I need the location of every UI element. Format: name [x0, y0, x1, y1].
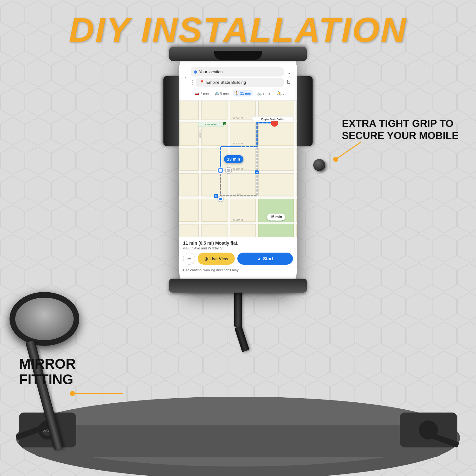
- svg-rect-43: [179, 196, 297, 199]
- phone-mount-assembly: 9:41 ▐▐▐▐ 📶 ▮ ‹: [179, 51, 297, 352]
- svg-text:W 31st St: W 31st St: [233, 142, 243, 145]
- svg-rect-48: [294, 101, 296, 237]
- navigation-icon: ▲: [257, 256, 261, 261]
- svg-rect-30: [259, 174, 297, 196]
- grip-label-text: EXTRA TIGHT GRIP TO SECURE YOUR MOBILE: [342, 117, 459, 142]
- bus-time: 8 min: [220, 91, 229, 95]
- main-container: DIY INSTALLATION PASS: [0, 0, 476, 476]
- svg-text:W 26th St: W 26th St: [233, 219, 243, 221]
- clamp-right: [297, 76, 313, 146]
- svg-rect-39: [230, 224, 255, 237]
- svg-point-75: [333, 157, 338, 162]
- route-list-button[interactable]: ☰: [183, 253, 195, 265]
- svg-text:M: M: [224, 123, 226, 125]
- svg-line-74: [336, 142, 361, 159]
- origin-text: Your location: [199, 69, 223, 74]
- mirror-label-text: MIRROR FITTING: [19, 356, 76, 387]
- live-view-icon: ◎: [204, 256, 208, 261]
- transport-mode-bar: 🚗 7 min 🚌 8 min 🚶 11 min: [183, 89, 293, 98]
- svg-rect-44: [179, 222, 297, 224]
- grip-label: EXTRA TIGHT GRIP TO SECURE YOUR MOBILE: [342, 117, 459, 142]
- destination-input[interactable]: 📍 Empire State Building: [196, 78, 284, 87]
- destination-text: Empire State Building: [206, 80, 246, 85]
- waypoint-dots: [191, 80, 195, 85]
- origin-input[interactable]: Your location: [191, 67, 284, 76]
- svg-rect-19: [179, 123, 198, 145]
- bike-icon: 🚲: [257, 91, 262, 96]
- bus-icon: 🚌: [215, 91, 219, 96]
- walk-icon: 🚶: [235, 91, 239, 96]
- caution-bar: Use caution: walking directions may: [179, 267, 297, 273]
- clamp-left: [163, 76, 179, 146]
- svg-rect-16: [202, 101, 227, 120]
- transport-bike[interactable]: 🚲 7 min: [255, 90, 273, 96]
- svg-rect-21: [230, 123, 255, 145]
- svg-rect-27: [179, 174, 198, 196]
- clamp-bottom: [169, 279, 307, 293]
- phone-notch: [214, 51, 262, 60]
- svg-rect-45: [199, 101, 201, 237]
- mount-stem: [234, 289, 242, 327]
- svg-rect-23: [179, 148, 198, 170]
- svg-rect-42: [179, 171, 297, 173]
- svg-text:M: M: [256, 171, 258, 174]
- svg-text:W 34th St: W 34th St: [233, 117, 243, 119]
- svg-rect-17: [230, 101, 255, 120]
- mirror-fitting-label: MIRROR FITTING: [19, 356, 76, 387]
- phone-mockup: 9:41 ▐▐▐▐ 📶 ▮ ‹: [179, 51, 297, 289]
- svg-rect-24: [202, 148, 227, 170]
- svg-rect-35: [202, 199, 227, 221]
- svg-rect-29: [230, 174, 255, 196]
- transport-bus[interactable]: 🚌 8 min: [213, 90, 231, 96]
- mount-knob: [313, 159, 325, 171]
- svg-rect-34: [179, 199, 198, 221]
- transport-cycle[interactable]: 🚴 5 m: [275, 90, 290, 96]
- svg-text:33rd Street: 33rd Street: [205, 123, 217, 126]
- mount-arm: [235, 326, 250, 352]
- start-navigation-button[interactable]: ▲ Start: [237, 253, 293, 265]
- svg-rect-22: [259, 123, 297, 145]
- svg-rect-26: [259, 148, 297, 170]
- svg-rect-28: [202, 174, 227, 196]
- distance-info: 11 min (0.5 mi) Mostly flat.: [183, 241, 293, 246]
- map-view[interactable]: Madison Square Park: [179, 101, 297, 237]
- action-buttons: ☰ ◎ Live View ▲ Start: [183, 253, 293, 265]
- svg-rect-5: [32, 425, 444, 457]
- origin-dot-icon: [194, 70, 197, 74]
- mirror-circle: [10, 292, 79, 346]
- origin-row: ‹ Your location: [183, 67, 293, 87]
- via-text: via 6th Ave and W 33rd St: [183, 246, 293, 250]
- alt-time-bubble: 15 min: [267, 214, 285, 221]
- page-title: DIY INSTALLATION: [0, 10, 476, 50]
- transport-walk[interactable]: 🚶 11 min: [233, 90, 253, 96]
- bike-time: 7 min: [263, 91, 271, 95]
- svg-point-69: [219, 198, 222, 200]
- svg-point-67: [227, 169, 230, 172]
- svg-rect-15: [179, 101, 198, 120]
- svg-rect-37: [179, 224, 198, 237]
- back-button[interactable]: ‹: [183, 73, 188, 81]
- cycle-time: 5 m: [283, 91, 288, 95]
- svg-text:W 29th St: W 29th St: [233, 168, 243, 170]
- svg-point-77: [70, 391, 75, 396]
- walk-time: 11 min: [240, 91, 251, 95]
- cycle-icon: 🚴: [277, 91, 282, 96]
- car-time: 7 min: [200, 91, 209, 95]
- transport-car[interactable]: 🚗 7 min: [193, 90, 211, 96]
- start-label: Start: [263, 256, 273, 261]
- more-options-button[interactable]: ···: [286, 69, 293, 77]
- route-info-panel: 11 min (0.5 mi) Mostly flat. via 6th Ave…: [179, 237, 297, 267]
- svg-text:Empire State Build...: Empire State Build...: [261, 118, 285, 121]
- svg-rect-38: [202, 224, 227, 237]
- svg-text:6th Ave: 6th Ave: [199, 130, 201, 137]
- swap-button[interactable]: ⇅: [286, 79, 293, 85]
- destination-pin-icon: 📍: [199, 80, 204, 85]
- svg-point-61: [219, 169, 222, 172]
- live-view-button[interactable]: ◎ Live View: [198, 253, 235, 265]
- list-icon: ☰: [187, 256, 191, 261]
- navigation-header: ‹ Your location: [179, 65, 297, 101]
- live-view-label: Live View: [209, 256, 228, 261]
- phone-screen: ‹ Your location: [179, 65, 297, 289]
- car-icon: 🚗: [195, 91, 199, 96]
- svg-text:M: M: [215, 195, 217, 198]
